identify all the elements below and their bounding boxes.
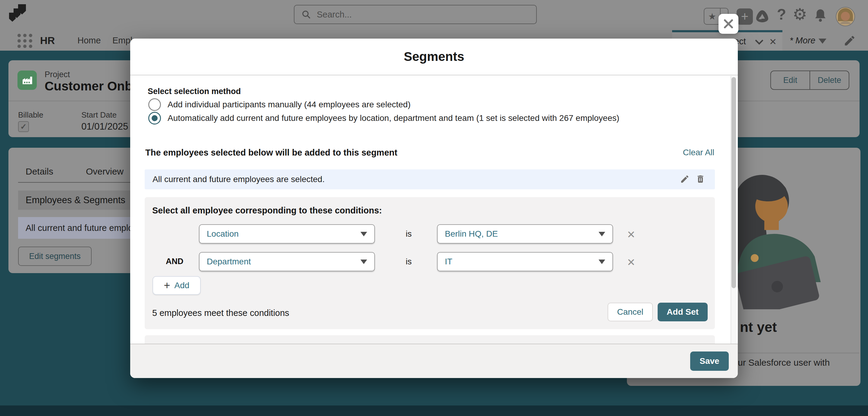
project-record-icon bbox=[18, 70, 37, 90]
record-actions: Edit Delete bbox=[770, 70, 849, 90]
close-icon bbox=[723, 19, 734, 29]
checkmark-icon: ✓ bbox=[20, 122, 27, 131]
add-icon: + bbox=[741, 9, 749, 24]
empty-state-heading-fragment: nt yet bbox=[740, 319, 777, 335]
plus-icon: + bbox=[164, 281, 170, 290]
dropdown-value: Location bbox=[207, 229, 239, 239]
modal-header: Segments bbox=[130, 38, 738, 76]
start-date-value: 01/01/2025 bbox=[82, 121, 128, 132]
tab-details[interactable]: Details bbox=[26, 167, 53, 177]
global-search[interactable] bbox=[294, 5, 537, 24]
more-tabs-menu[interactable]: * More bbox=[789, 30, 815, 51]
quick-add-button[interactable]: + bbox=[737, 8, 753, 25]
remove-condition-icon[interactable]: ✕ bbox=[625, 256, 637, 268]
logic-operator: AND bbox=[166, 257, 184, 266]
edit-segments-button[interactable]: Edit segments bbox=[18, 246, 92, 266]
selection-method-label: Select selection method bbox=[148, 87, 241, 96]
dropdown-caret-icon bbox=[598, 260, 605, 264]
modal-title: Segments bbox=[404, 50, 464, 64]
remove-condition-icon[interactable]: ✕ bbox=[625, 229, 637, 241]
conditions-panel: Select all employee corresponding to the… bbox=[145, 197, 715, 329]
edit-nav-pencil-icon[interactable] bbox=[843, 34, 856, 47]
selected-segment-row: All current and future employees are sel… bbox=[145, 170, 715, 189]
salesforce-logo-icon[interactable] bbox=[8, 3, 28, 23]
tab-overview[interactable]: Overview bbox=[86, 167, 124, 177]
empty-state-body-fragment: ur Salesforce user with bbox=[738, 358, 830, 368]
selected-segment-text: All current and future employees are sel… bbox=[153, 175, 324, 184]
nav-item-employees[interactable]: Empl bbox=[113, 30, 132, 51]
condition-operator: is bbox=[400, 257, 418, 266]
edit-pencil-icon[interactable] bbox=[680, 174, 689, 184]
edit-button[interactable]: Edit bbox=[771, 71, 810, 89]
segments-modal: Segments Select selection method Add ind… bbox=[130, 38, 738, 378]
save-button[interactable]: Save bbox=[690, 352, 729, 371]
trailhead-icon[interactable] bbox=[755, 9, 770, 24]
conditions-count-text: 5 employees meet these conditions bbox=[152, 308, 289, 318]
app-launcher-icon[interactable] bbox=[18, 34, 33, 48]
condition-field-dropdown[interactable]: Department bbox=[199, 252, 375, 271]
record-type-label: Project bbox=[44, 70, 70, 79]
cancel-button[interactable]: Cancel bbox=[608, 303, 653, 321]
employees-empty-state-illustration bbox=[726, 168, 861, 309]
notifications-bell-icon[interactable] bbox=[813, 8, 827, 24]
dropdown-value: IT bbox=[445, 257, 453, 266]
avatar[interactable] bbox=[835, 7, 855, 27]
modal-footer: Save bbox=[130, 344, 738, 378]
page-footer-strip bbox=[0, 406, 868, 416]
dropdown-caret-icon bbox=[361, 232, 367, 236]
modal-scrollbar-thumb[interactable] bbox=[732, 77, 736, 288]
help-icon: ? bbox=[777, 6, 786, 23]
setup-gear-icon: ⚙ bbox=[793, 5, 807, 24]
condition-value-dropdown[interactable]: Berlin HQ, DE bbox=[437, 224, 613, 244]
billable-checkbox[interactable]: ✓ bbox=[18, 121, 29, 132]
tab-close-icon[interactable]: ✕ bbox=[769, 36, 777, 47]
search-input[interactable] bbox=[316, 9, 498, 20]
next-segment-block bbox=[145, 335, 715, 344]
dropdown-value: Department bbox=[207, 257, 251, 266]
app-name[interactable]: HR bbox=[40, 30, 55, 51]
dropdown-caret-icon bbox=[598, 232, 605, 236]
setup-button[interactable]: ⚙ bbox=[792, 4, 808, 24]
dropdown-caret-icon bbox=[361, 260, 367, 264]
more-caret-icon[interactable] bbox=[818, 38, 827, 44]
billable-label: Billable bbox=[18, 110, 43, 120]
chevron-down-icon[interactable] bbox=[754, 38, 764, 46]
clear-all-link[interactable]: Clear All bbox=[683, 148, 714, 157]
condition-value-dropdown[interactable]: IT bbox=[437, 252, 613, 271]
start-date-label: Start Date bbox=[82, 110, 117, 120]
search-icon bbox=[302, 10, 311, 19]
segment-section-heading: The employees selected below will be add… bbox=[145, 148, 397, 158]
favorites-star-icon: ★ bbox=[704, 11, 720, 22]
add-set-button[interactable]: Add Set bbox=[658, 303, 708, 321]
modal-close-button[interactable] bbox=[718, 14, 738, 34]
radio-option-automatic[interactable]: Automatically add current and future emp… bbox=[148, 112, 619, 124]
radio-option-label: Automatically add current and future emp… bbox=[167, 113, 619, 123]
delete-button[interactable]: Delete bbox=[810, 71, 849, 89]
add-condition-label: Add bbox=[175, 281, 190, 290]
screen: ★ + ? ⚙ HR Home Empl ect ✕ * M bbox=[0, 0, 868, 416]
radio-option-label: Add individual participants manually (44… bbox=[167, 100, 410, 110]
condition-field-dropdown[interactable]: Location bbox=[199, 224, 375, 244]
help-button[interactable]: ? bbox=[774, 5, 789, 24]
radio-unselected-icon[interactable] bbox=[148, 98, 161, 111]
trash-icon[interactable] bbox=[695, 174, 705, 184]
condition-operator: is bbox=[400, 229, 418, 239]
nav-item-home[interactable]: Home bbox=[78, 30, 101, 51]
add-condition-button[interactable]: + Add bbox=[153, 276, 201, 295]
dropdown-value: Berlin HQ, DE bbox=[445, 229, 498, 239]
radio-option-manual[interactable]: Add individual participants manually (44… bbox=[148, 98, 410, 111]
conditions-heading: Select all employee corresponding to the… bbox=[152, 206, 382, 215]
radio-selected-icon[interactable] bbox=[148, 112, 161, 124]
